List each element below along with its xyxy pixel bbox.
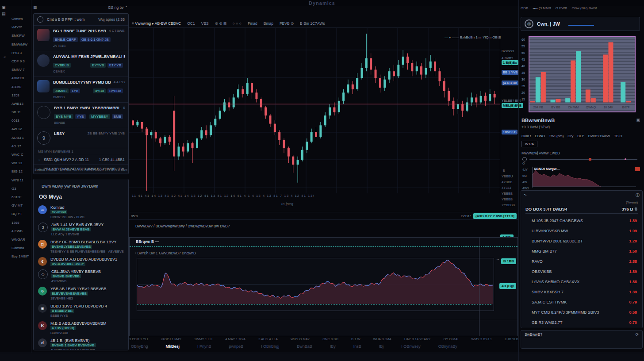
chart-toolbar-item[interactable]: ≡ Vwwwmg ▸ AB-BW CBBVC xyxy=(132,21,181,26)
table-row[interactable]: M 105 JB 2047 CHARGBWS1.89 xyxy=(521,215,642,226)
mover-link[interactable]: BLBVBVBVBBVBVBB xyxy=(50,292,88,296)
mover-link[interactable]: BVBVB BVBVBB xyxy=(51,274,81,278)
footer-menu-item[interactable]: IBy xyxy=(330,344,336,349)
right-header-item[interactable]: ODB xyxy=(521,6,528,10)
footer-menu-item[interactable]: OBnynaBy xyxy=(438,344,457,349)
info-tab[interactable]: Ory xyxy=(567,134,573,138)
table-row[interactable]: SA.M.C EST HVMK0.79 xyxy=(521,297,642,307)
feed-chip[interactable]: YYB xyxy=(75,114,86,119)
ticker-item[interactable]: CDF 9 3 xyxy=(12,59,31,68)
table-row[interactable]: LAVAS SHBMO CYBAXVX1.88 xyxy=(521,277,642,287)
feed-chip[interactable]: BMB xyxy=(112,114,123,119)
info-button[interactable]: WT/A xyxy=(521,141,537,147)
ticker-item[interactable]: 1365 xyxy=(12,221,31,229)
ticker-item[interactable]: 1353 xyxy=(12,93,31,102)
table-corner-icon[interactable]: ↖ xyxy=(524,192,527,197)
ticker-item[interactable]: WAC-C xyxy=(12,153,31,161)
table-row[interactable]: MMG BM B771.50 xyxy=(521,246,642,256)
footer-menu-item[interactable]: IBj xyxy=(379,344,384,349)
feed-chip[interactable]: E1Y.YB xyxy=(107,63,123,68)
submit-box[interactable]: SwBwwB? ⟳ xyxy=(521,330,643,349)
mover-item[interactable]: 3AVB 1.41 MY BVB 4YB JBVYBVW M JBVBVB BB… xyxy=(34,221,128,238)
right-header-item[interactable]: OBw (BH) BwB! xyxy=(571,6,597,10)
footer-menu-item[interactable]: InsB xyxy=(353,344,361,349)
ticker-item[interactable]: BIG 12 xyxy=(12,169,31,178)
table-row[interactable]: OBSVIKBB1.89 xyxy=(521,266,642,277)
feed-chip[interactable]: BYBB xyxy=(93,88,106,93)
mover-item[interactable]: d4B 1 B. (BVB BVBVB)BVBVB 1 BVBV BVBVBVB… xyxy=(34,337,128,350)
mover-link[interactable]: BVBLBVBBB. BVBY xyxy=(50,262,85,266)
chart-legend[interactable]: — ▾ —— BxhBdBn 1mr YlQm OBtB xyxy=(445,35,501,39)
ticker-item[interactable]: SMNV 7 xyxy=(12,68,31,76)
feed-chip[interactable]: BYB MYB xyxy=(54,114,73,119)
subchart-search-row[interactable]: ◔ BwrBh Bw 1 GwvBnBwB? BngwnB xyxy=(134,251,196,255)
ticker-item[interactable]: W78 11 xyxy=(12,178,31,187)
ticker-item[interactable]: 6313F xyxy=(12,195,31,204)
chart-toolbar-item[interactable]: Bmap xyxy=(264,21,273,26)
panel-grid-icon[interactable]: ▦ xyxy=(33,5,37,12)
ticker-item[interactable]: AW 12 xyxy=(12,127,31,135)
table-row[interactable]: GB R3 WMS2.7T0.70 xyxy=(521,317,642,327)
table-info-icon[interactable]: ⓘ xyxy=(636,192,640,198)
feed-chip[interactable]: GB 9.6.1 GN? JB xyxy=(80,37,111,42)
feed-chip[interactable]: BNB.B CBRF xyxy=(53,37,78,42)
info-corner-icon[interactable]: ▣ xyxy=(636,118,640,123)
ticker-item[interactable]: 4G 17 xyxy=(12,144,31,153)
price-axis[interactable]: Bxxxxx34·BVB?1 B(B)BxBB 1 YVB(4.4 B BBYB… xyxy=(500,28,519,193)
table-header-row[interactable]: DO BOX 3.4T DwBS4 3?6 B ⇅ xyxy=(525,207,638,214)
ticker-item[interactable]: Gamma xyxy=(12,246,31,254)
slider-marker-red[interactable] xyxy=(589,158,591,161)
ticker-item[interactable]: WB.13 xyxy=(12,161,31,169)
footer-menu-item[interactable]: MkBesj xyxy=(166,344,180,349)
ticker-item[interactable]: AWB13 xyxy=(12,102,31,110)
ticker-item[interactable]: 4 EWB xyxy=(12,229,31,238)
subchart-panel[interactable]: BBrqwn B — ◔ BwrBh Bw 1 GwvBnBwB? BngwnB… xyxy=(129,237,518,336)
slider-marker-pink[interactable] xyxy=(625,158,626,160)
mover-link[interactable]: Drvmsnd xyxy=(50,210,67,214)
feed-compact-row[interactable]: ⌁SB31 QKH MV? 2 A:DD 111 CB9 4L 4BB1 xyxy=(34,155,128,165)
mover-item[interactable]: aKomradDrvmsndCVBW 191 BW - BLW1 xyxy=(34,204,128,221)
rail-app-icon[interactable]: ▣ xyxy=(2,5,6,10)
ticker-item[interactable]: 43860 xyxy=(12,85,31,93)
chart-toolbar-item[interactable]: ⊙ ⊘ ⊞ xyxy=(215,21,226,26)
right-header-item[interactable]: O PWB xyxy=(556,6,567,10)
profile-card[interactable]: @ Cwn. | JW xyxy=(521,17,640,31)
mover-item[interactable]: ◘BBBY OF BBMB BLBVBLB.BV 1BVYBVBVBLYBBBL… xyxy=(34,238,128,255)
submit-label[interactable]: SwBwwB? xyxy=(525,332,542,337)
table-row[interactable]: MYT CMB 8.24P/3 3PMMMMB SBIV30.58 xyxy=(521,307,642,317)
mover-item[interactable]: KM.B.B ABB.ABBVBVBVBBVBM4 1BV (BBBB)BBVB… xyxy=(34,319,128,337)
ticker-item[interactable]: WNGAR xyxy=(12,238,31,246)
mover-item[interactable]: ◉BBBB 1BVB YBVB BBVBBVB 4B BBBBV BBBBBB … xyxy=(34,302,128,319)
main-chart[interactable] xyxy=(129,28,500,193)
ticker-item[interactable]: RYB 3 xyxy=(12,51,31,59)
ticker-item[interactable]: SB 11 xyxy=(12,110,31,119)
feed-chip[interactable]: EYYVB xyxy=(90,63,106,68)
feed-chip[interactable]: MYYBBBY xyxy=(89,114,110,119)
table-row[interactable]: SMBV KBXBSH 71.39 xyxy=(521,287,642,297)
chart-toolbar-item[interactable]: Fmad xyxy=(248,21,257,26)
table-header-left[interactable]: DO BOX 3.4T DwBS4 xyxy=(525,207,567,211)
feed-item[interactable]: AUYWAL MY FBVB JPWB..BVMBAL! BBCB (BM(BY… xyxy=(34,51,128,77)
chart-toolbar-item[interactable]: ○ ○ ○ xyxy=(233,21,242,26)
mover-link[interactable]: BVBVB 1 BVBV BVBVBVB xyxy=(50,343,96,347)
table-row[interactable]: RAVO2.88 xyxy=(521,256,642,266)
ticker-item[interactable]: Gfmwn xyxy=(12,17,31,25)
feed-chip[interactable]: JBMBB xyxy=(53,88,69,93)
slider-handle-icon[interactable] xyxy=(522,157,527,161)
mover-link[interactable]: B BBBBV BB xyxy=(50,309,74,313)
chart-toolbar-item[interactable]: OC1 xyxy=(187,21,195,26)
footer-menu-item[interactable]: OBnyBng xyxy=(131,344,148,349)
info-tab[interactable]: DLP xyxy=(577,134,584,138)
ticker-item[interactable]: vMYfP xyxy=(12,25,31,34)
feed-item[interactable]: BG 1 BNBE TUNE 2015 BYR4 CTBWBY? zmzmaBN… xyxy=(34,26,128,51)
ticker-item[interactable]: 0013 xyxy=(12,119,31,127)
subchart-plot[interactable] xyxy=(137,258,494,311)
feed-chip[interactable]: BYBBB xyxy=(107,88,123,93)
ticker-item[interactable]: 4MMXB xyxy=(12,76,31,84)
feed-compact-row[interactable]: ⋮4B B7 YBwY B42 B CPC3CVBYB MM1TWYwYBBBA… xyxy=(34,174,128,174)
footer-menu-item[interactable]: pwnpeB xyxy=(229,344,244,349)
ticker-item[interactable]: SMKFW xyxy=(12,34,31,42)
footer-menu-item[interactable]: I PnynB xyxy=(197,344,211,349)
bar-chart[interactable]: 204 FBBY BBCH WMQWNQ10 64KB07F xyxy=(529,36,636,112)
refresh-icon[interactable]: ⟳ xyxy=(635,332,639,337)
